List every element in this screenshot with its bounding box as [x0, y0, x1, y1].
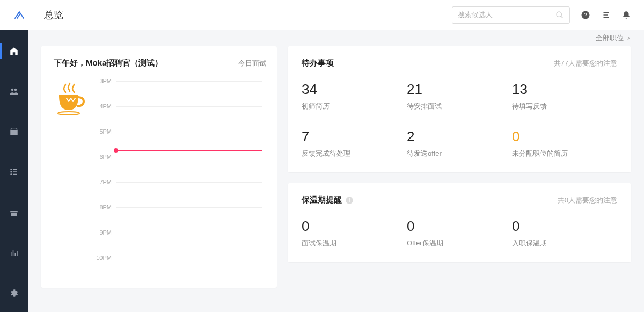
svg-point-4 [14, 89, 17, 91]
stat-label: Offer保温期 [407, 238, 512, 248]
warm-note: 共0人需要您的注意 [558, 195, 617, 205]
hour-label: 6PM [91, 154, 116, 160]
all-positions-link[interactable]: 全部职位 [596, 33, 631, 43]
hour-line [116, 106, 262, 107]
nav-analytics[interactable] [0, 245, 28, 260]
hour-line [116, 81, 262, 82]
nav-archive[interactable] [0, 205, 28, 220]
hour-row: 3PM [91, 78, 262, 84]
stat-number: 13 [512, 82, 617, 96]
hour-line [116, 157, 262, 157]
hour-label: 7PM [91, 179, 116, 185]
hour-row: 10PM [91, 255, 262, 261]
page-title: 总览 [44, 9, 63, 21]
hour-label: 4PM [91, 103, 116, 110]
hour-label: 5PM [91, 128, 116, 135]
hour-line [116, 182, 262, 183]
stat-item[interactable]: 2待发送offer [407, 129, 512, 158]
hour-label: 8PM [91, 204, 116, 211]
hour-row: 8PM [91, 204, 262, 211]
stat-number: 21 [407, 82, 512, 96]
stat-number: 0 [407, 219, 512, 233]
svg-point-8 [11, 172, 12, 173]
hour-label: 9PM [91, 229, 116, 236]
warm-card: 保温期提醒 i 共0人需要您的注意 0面试保温期0Offer保温期0入职保温期 [288, 183, 631, 262]
svg-rect-10 [10, 211, 18, 212]
hour-row: 7PM [91, 179, 262, 185]
stat-number: 0 [512, 129, 617, 143]
svg-point-0 [557, 12, 561, 17]
hour-line [116, 132, 262, 132]
svg-point-9 [11, 174, 12, 175]
svg-text:i: i [349, 198, 350, 203]
stat-number: 34 [302, 82, 407, 96]
stat-item[interactable]: 13待填写反馈 [512, 82, 617, 111]
chevron-right-icon [626, 35, 631, 41]
hour-row: 5PM [91, 128, 262, 135]
stat-number: 2 [407, 129, 512, 143]
stat-item[interactable]: 0Offer保温期 [407, 219, 512, 248]
hour-row: 4PM [91, 103, 262, 110]
app-logo[interactable] [9, 9, 30, 21]
svg-point-12 [58, 112, 79, 115]
hour-row: 6PM [91, 154, 262, 160]
today-interview-link[interactable]: 今日面试 [238, 59, 266, 68]
stat-label: 反馈完成待处理 [302, 149, 407, 158]
stat-item[interactable]: 0入职保温期 [512, 219, 617, 248]
current-time-indicator [116, 148, 262, 153]
sidebar [0, 30, 28, 312]
stat-label: 待发送offer [407, 149, 512, 158]
hour-line [116, 258, 262, 258]
svg-point-7 [11, 169, 12, 170]
now-bar [118, 150, 262, 151]
nav-settings[interactable] [0, 286, 28, 301]
schedule-timeline[interactable]: 3PM4PM5PM6PM7PM8PM9PM10PM [91, 78, 266, 277]
stat-item[interactable]: 0未分配职位的简历 [512, 129, 617, 158]
search-input[interactable] [458, 11, 555, 19]
hour-line [116, 233, 262, 233]
stat-item[interactable]: 21待安排面试 [407, 82, 512, 111]
stat-item[interactable]: 0面试保温期 [302, 219, 407, 248]
content-area: 全部职位 下午好，Moka招聘官（测试） 今日面试 [28, 30, 644, 312]
hour-label: 3PM [91, 78, 116, 84]
info-icon[interactable]: i [345, 196, 354, 205]
stat-number: 0 [302, 219, 407, 233]
now-dot [114, 148, 118, 153]
stat-label: 待安排面试 [407, 101, 512, 111]
svg-point-3 [11, 89, 14, 91]
hour-line [116, 207, 262, 208]
hour-label: 10PM [91, 255, 116, 261]
stat-label: 入职保温期 [512, 238, 617, 248]
todo-card: 待办事项 共77人需要您的注意 34初筛简历21待安排面试13待填写反馈7反馈完… [288, 46, 631, 172]
bell-icon[interactable] [621, 10, 631, 20]
svg-text:?: ? [584, 11, 587, 18]
stat-label: 待填写反馈 [512, 101, 617, 111]
stat-label: 初筛简历 [302, 101, 407, 111]
hour-row: 9PM [91, 229, 262, 236]
stat-label: 未分配职位的简历 [512, 149, 617, 158]
nav-list[interactable] [0, 164, 28, 180]
greeting-schedule-card: 下午好，Moka招聘官（测试） 今日面试 3PM4PM5PM6PM7PM8PM9… [41, 46, 277, 288]
task-list-icon[interactable] [601, 10, 611, 20]
nav-candidates[interactable] [0, 83, 28, 99]
stat-label: 面试保温期 [302, 238, 407, 248]
stat-number: 7 [302, 129, 407, 143]
search-icon[interactable] [555, 11, 564, 19]
warm-title: 保温期提醒 [302, 195, 342, 205]
all-positions-label: 全部职位 [596, 33, 624, 43]
svg-rect-6 [10, 129, 18, 130]
todo-title: 待办事项 [302, 58, 334, 68]
todo-note: 共77人需要您的注意 [554, 59, 617, 68]
nav-calendar[interactable] [0, 124, 28, 140]
help-icon[interactable]: ? [581, 10, 590, 20]
subheader: 全部职位 [28, 30, 644, 46]
greeting-text: 下午好，Moka招聘官（测试） [54, 58, 163, 68]
stat-item[interactable]: 7反馈完成待处理 [302, 129, 407, 158]
svg-rect-11 [11, 213, 17, 216]
stat-item[interactable]: 34初筛简历 [302, 82, 407, 111]
nav-home[interactable] [0, 43, 28, 59]
top-bar: 总览 ? [0, 0, 644, 30]
stat-number: 0 [512, 219, 617, 233]
coffee-cup-icon [54, 78, 91, 277]
search-box[interactable] [452, 6, 570, 24]
